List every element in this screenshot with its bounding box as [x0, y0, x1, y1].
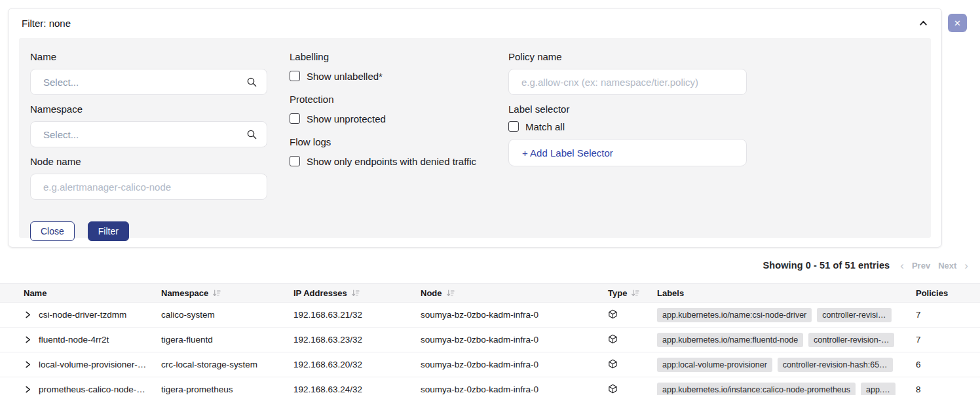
- column-header-node[interactable]: Node: [421, 288, 603, 298]
- endpoint-name[interactable]: csi-node-driver-tzdmm: [39, 310, 126, 320]
- filter-column-right: Policy name Label selector Match all + A…: [508, 51, 747, 225]
- search-icon: [246, 77, 257, 88]
- pager: ‹ Prev Next ›: [900, 260, 968, 271]
- flow-logs-heading: Flow logs: [290, 136, 486, 148]
- filter-title: Filter: none: [22, 18, 71, 29]
- table-row: fluentd-node-4rr2t tigera-fluentd 192.16…: [0, 328, 980, 352]
- filter-button[interactable]: Filter: [88, 221, 129, 241]
- policies-count: 6: [909, 360, 980, 369]
- match-all-checkbox-row[interactable]: Match all: [508, 120, 747, 133]
- endpoint-name[interactable]: fluentd-node-4rr2t: [39, 335, 109, 345]
- column-header-policies: Policies: [909, 288, 980, 298]
- policies-count: 8: [909, 385, 980, 394]
- label-chip: app.kubernetes.io/name:csi-node-driver: [657, 308, 812, 322]
- endpoint-ip: 192.168.63.21/32: [293, 310, 421, 320]
- table-row: local-volume-provisioner-… crc-local-sto…: [0, 352, 980, 377]
- endpoint-node: soumya-bz-0zbo-kadm-infra-0: [421, 360, 603, 369]
- protection-heading: Protection: [290, 94, 486, 105]
- close-button[interactable]: Close: [30, 221, 75, 241]
- filter-form: Name Select... Namespace Select... Node …: [19, 38, 931, 238]
- search-icon: [246, 129, 257, 140]
- checkbox-unchecked[interactable]: [508, 121, 519, 132]
- filter-panel: Filter: none Name Select... Namespace Se…: [8, 8, 942, 248]
- name-select[interactable]: Select...: [30, 69, 267, 95]
- label-chip: controller-revision-hash:65…: [778, 358, 893, 372]
- endpoint-namespace: crc-local-storage-system: [161, 360, 293, 369]
- table-header-row: Name Namespace IP Addresses Node Type La…: [0, 283, 980, 303]
- checkbox-unchecked[interactable]: [290, 71, 300, 81]
- protection-group: Protection Show unprotected: [290, 94, 486, 125]
- pod-type-icon: [608, 359, 618, 369]
- label-chip: app.kubernetes.io/name:fluentd-node: [657, 333, 803, 347]
- label-chip: controller-revision-…: [808, 333, 894, 347]
- expand-row-button[interactable]: [24, 310, 32, 319]
- column-header-name: Name: [0, 288, 161, 298]
- endpoint-namespace: calico-system: [161, 310, 293, 320]
- show-unlabelled-checkbox-row[interactable]: Show unlabelled*: [290, 69, 486, 83]
- endpoint-ip: 192.168.63.24/32: [293, 385, 421, 394]
- endpoint-node: soumya-bz-0zbo-kadm-infra-0: [421, 310, 603, 320]
- labelling-heading: Labelling: [290, 51, 486, 63]
- namespace-field-label: Namespace: [30, 103, 267, 115]
- checkbox-unchecked[interactable]: [290, 113, 300, 124]
- endpoint-name[interactable]: prometheus-calico-node-…: [39, 385, 145, 394]
- node-name-field-label: Node name: [30, 156, 267, 168]
- close-panel-button[interactable]: ✕: [948, 14, 967, 32]
- expand-row-button[interactable]: [24, 385, 32, 394]
- namespace-select[interactable]: Select...: [30, 121, 267, 147]
- endpoint-ip: 192.168.63.20/32: [293, 360, 421, 369]
- add-label-selector-button[interactable]: + Add Label Selector: [508, 139, 747, 166]
- match-all-label: Match all: [525, 121, 565, 132]
- sort-icon: [212, 289, 221, 297]
- label-chip: app.kubernetes.io/instance:calico-node-p…: [657, 383, 856, 395]
- name-select-placeholder: Select...: [43, 77, 79, 88]
- table-row: prometheus-calico-node-… tigera-promethe…: [0, 377, 980, 395]
- collapse-filter-button[interactable]: [918, 18, 928, 28]
- column-header-labels: Labels: [657, 288, 909, 298]
- close-icon: ✕: [954, 18, 961, 28]
- next-button[interactable]: Next: [938, 261, 956, 271]
- name-field-label: Name: [30, 51, 267, 63]
- pod-type-icon: [608, 309, 618, 319]
- denied-traffic-checkbox-row[interactable]: Show only endpoints with denied traffic: [290, 155, 486, 168]
- sort-icon: [631, 289, 639, 297]
- pod-type-icon: [608, 334, 618, 344]
- column-header-ip-addresses[interactable]: IP Addresses: [293, 288, 421, 298]
- sort-icon: [446, 289, 455, 297]
- show-unprotected-label: Show unprotected: [307, 113, 386, 124]
- endpoint-node: soumya-bz-0zbo-kadm-infra-0: [421, 335, 603, 345]
- column-header-type[interactable]: Type: [603, 288, 657, 298]
- denied-traffic-label: Show only endpoints with denied traffic: [307, 156, 476, 167]
- checkbox-unchecked[interactable]: [290, 156, 300, 166]
- chevron-left-icon[interactable]: ‹: [900, 260, 904, 271]
- policies-count: 7: [909, 335, 980, 345]
- endpoint-node: soumya-bz-0zbo-kadm-infra-0: [421, 385, 603, 394]
- chevron-right-icon[interactable]: ›: [964, 260, 968, 271]
- prev-button[interactable]: Prev: [912, 261, 930, 271]
- endpoint-name[interactable]: local-volume-provisioner-…: [39, 360, 146, 369]
- label-chip: controller-revisi…: [817, 308, 891, 322]
- node-name-input[interactable]: [30, 174, 267, 200]
- expand-row-button[interactable]: [24, 360, 32, 369]
- show-unprotected-checkbox-row[interactable]: Show unprotected: [290, 112, 486, 125]
- expand-row-button[interactable]: [24, 335, 32, 344]
- chevron-right-icon: [24, 335, 32, 344]
- filter-actions: Close Filter: [30, 221, 267, 241]
- table-row: csi-node-driver-tzdmm calico-system 192.…: [0, 303, 980, 328]
- policy-name-field-label: Policy name: [508, 51, 747, 63]
- show-unlabelled-label: Show unlabelled*: [307, 71, 383, 82]
- chevron-right-icon: [24, 360, 32, 369]
- labelling-group: Labelling Show unlabelled*: [290, 51, 486, 83]
- endpoints-table: Name Namespace IP Addresses Node Type La…: [0, 283, 980, 395]
- namespace-select-placeholder: Select...: [43, 129, 79, 140]
- policies-count: 7: [909, 310, 980, 320]
- filter-panel-header: Filter: none: [9, 9, 941, 38]
- filter-column-middle: Labelling Show unlabelled* Protection Sh…: [290, 51, 486, 225]
- sort-icon: [351, 289, 360, 297]
- filter-column-left: Name Select... Namespace Select... Node …: [30, 51, 267, 225]
- label-chip: app:local-volume-provisioner: [657, 358, 772, 372]
- endpoint-namespace: tigera-fluentd: [161, 335, 293, 345]
- chevron-up-icon: [918, 18, 928, 28]
- column-header-namespace[interactable]: Namespace: [161, 288, 293, 298]
- policy-name-input[interactable]: [508, 69, 747, 95]
